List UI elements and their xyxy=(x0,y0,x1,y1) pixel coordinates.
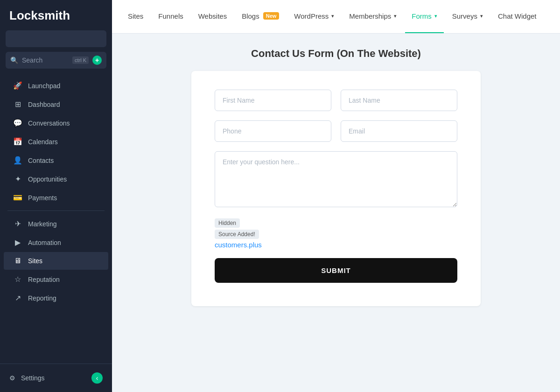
settings-icon: ⚙ xyxy=(9,374,15,382)
account-bar[interactable] xyxy=(6,30,106,47)
sidebar-item-label: Launchpad xyxy=(28,82,60,90)
name-row xyxy=(215,90,457,111)
sidebar-nav: 🚀 Launchpad ⊞ Dashboard 💬 Conversations … xyxy=(0,76,112,308)
sidebar-item-payments[interactable]: 💳 Payments xyxy=(4,189,108,207)
settings-label: Settings xyxy=(21,374,45,382)
tab-forms[interactable]: Forms ▾ xyxy=(405,0,444,34)
payments-icon: 💳 xyxy=(13,193,22,202)
sidebar-bottom: ⚙ Settings ‹ xyxy=(0,364,112,392)
tab-blogs-label: Blogs xyxy=(242,12,259,20)
add-button[interactable]: + xyxy=(92,56,102,65)
tab-sites[interactable]: Sites xyxy=(121,0,150,34)
first-name-field xyxy=(215,90,331,111)
sidebar-item-conversations[interactable]: 💬 Conversations xyxy=(4,114,108,132)
tab-sites-label: Sites xyxy=(128,12,143,20)
search-kbd: ctrl K xyxy=(72,56,89,64)
sidebar-item-label: Marketing xyxy=(28,220,56,228)
conversations-icon: 💬 xyxy=(13,119,22,127)
page-title: Contact Us Form (On The Website) xyxy=(131,48,541,60)
tab-wordpress-label: WordPress xyxy=(294,12,329,20)
top-nav: Sites Funnels Websites Blogs New WordPre… xyxy=(112,0,560,34)
surveys-chevron-icon: ▾ xyxy=(480,13,483,19)
form-container: Hidden Source Added! customers.plus SUBM… xyxy=(191,71,481,306)
last-name-field xyxy=(341,90,457,111)
sidebar-item-label: Reputation xyxy=(28,276,60,283)
launchpad-icon: 🚀 xyxy=(13,81,22,90)
tab-funnels[interactable]: Funnels xyxy=(152,0,189,34)
tab-memberships[interactable]: Memberships ▾ xyxy=(343,0,403,34)
tab-chat-widget[interactable]: Chat Widget xyxy=(491,0,543,34)
sidebar-item-label: Calendars xyxy=(28,138,58,146)
submit-button[interactable]: SUBMIT xyxy=(215,258,457,283)
sidebar-item-contacts[interactable]: 👤 Contacts xyxy=(4,151,108,169)
dashboard-icon: ⊞ xyxy=(13,100,22,109)
email-field xyxy=(341,120,457,142)
nav-divider xyxy=(7,210,105,211)
tab-surveys-label: Surveys xyxy=(452,12,477,20)
phone-field xyxy=(215,120,331,142)
last-name-input[interactable] xyxy=(341,90,457,111)
first-name-input[interactable] xyxy=(215,90,331,111)
calendars-icon: 📅 xyxy=(13,137,22,146)
marketing-icon: ✈ xyxy=(13,219,22,228)
sidebar-item-marketing[interactable]: ✈ Marketing xyxy=(4,215,108,233)
source-added-badge: Source Added! xyxy=(215,230,259,239)
search-icon: 🔍 xyxy=(10,56,18,64)
opportunities-icon: ✦ xyxy=(13,175,22,183)
forms-chevron-icon: ▾ xyxy=(434,13,437,19)
sidebar-item-label: Reporting xyxy=(28,294,56,302)
blogs-new-badge: New xyxy=(263,12,280,20)
sidebar-item-label: Dashboard xyxy=(28,101,60,108)
tab-funnels-label: Funnels xyxy=(158,12,183,20)
sidebar-item-label: Opportunities xyxy=(28,175,67,183)
sidebar-item-reporting[interactable]: ↗ Reporting xyxy=(4,289,108,307)
sidebar-item-calendars[interactable]: 📅 Calendars xyxy=(4,133,108,151)
tab-chat-widget-label: Chat Widget xyxy=(498,12,537,20)
tab-websites-label: Websites xyxy=(198,12,227,20)
sidebar-item-label: Sites xyxy=(28,257,42,265)
content-area: Contact Us Form (On The Website) xyxy=(112,34,560,392)
hidden-section: Hidden Source Added! customers.plus xyxy=(215,218,457,249)
phone-input[interactable] xyxy=(215,120,331,142)
contact-row xyxy=(215,120,457,142)
settings-left: ⚙ Settings xyxy=(9,374,45,382)
email-input[interactable] xyxy=(341,120,457,142)
tab-surveys[interactable]: Surveys ▾ xyxy=(446,0,490,34)
tab-websites[interactable]: Websites xyxy=(192,0,233,34)
sidebar-item-dashboard[interactable]: ⊞ Dashboard xyxy=(4,95,108,113)
memberships-chevron-icon: ▾ xyxy=(394,13,397,19)
green-circle-button[interactable]: ‹ xyxy=(91,372,103,384)
search-bar[interactable]: 🔍 Search ctrl K + xyxy=(6,52,106,69)
hidden-badge: Hidden xyxy=(215,218,240,228)
sidebar-item-label: Automation xyxy=(28,239,61,246)
automation-icon: ▶ xyxy=(13,238,22,247)
source-value: customers.plus xyxy=(215,241,457,249)
app-title: Locksmith xyxy=(0,0,112,30)
sidebar-item-reputation[interactable]: ☆ Reputation xyxy=(4,270,108,288)
sidebar-item-label: Conversations xyxy=(28,119,70,127)
sidebar: Locksmith 🔍 Search ctrl K + 🚀 Launchpad … xyxy=(0,0,112,392)
question-textarea[interactable] xyxy=(215,151,457,207)
reporting-icon: ↗ xyxy=(13,294,22,302)
sites-icon: 🖥 xyxy=(13,257,22,265)
wordpress-chevron-icon: ▾ xyxy=(331,13,334,19)
reputation-icon: ☆ xyxy=(13,275,22,284)
sidebar-item-automation[interactable]: ▶ Automation xyxy=(4,233,108,252)
tab-memberships-label: Memberships xyxy=(349,12,391,20)
question-row xyxy=(215,151,457,209)
tab-wordpress[interactable]: WordPress ▾ xyxy=(287,0,341,34)
sidebar-item-label: Contacts xyxy=(28,157,54,164)
question-field xyxy=(215,151,457,209)
sidebar-item-launchpad[interactable]: 🚀 Launchpad xyxy=(4,77,108,95)
sidebar-item-sites[interactable]: 🖥 Sites xyxy=(4,252,108,270)
sidebar-item-opportunities[interactable]: ✦ Opportunities xyxy=(4,170,108,188)
tab-blogs[interactable]: Blogs New xyxy=(235,0,286,34)
search-label: Search xyxy=(22,56,69,64)
main-content: Sites Funnels Websites Blogs New WordPre… xyxy=(112,0,560,392)
settings-row[interactable]: ⚙ Settings ‹ xyxy=(0,368,112,388)
contacts-icon: 👤 xyxy=(13,156,22,165)
sidebar-item-label: Payments xyxy=(28,194,57,202)
tab-forms-label: Forms xyxy=(412,12,432,20)
